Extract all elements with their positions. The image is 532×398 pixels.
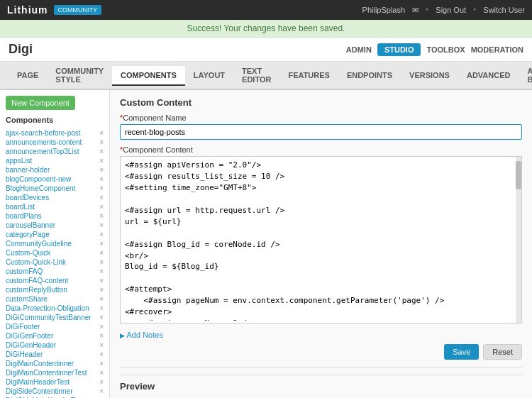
component-item-close[interactable]: × [99, 286, 104, 294]
sidebar-item[interactable]: boardList× [6, 202, 104, 211]
component-content-label: *Component Content [120, 145, 522, 154]
component-item-close[interactable]: × [99, 203, 104, 211]
component-item-label: ajax-search-before-post [6, 129, 81, 137]
component-item-close[interactable]: × [99, 221, 104, 229]
component-item-close[interactable]: × [99, 267, 104, 275]
sidebar-item[interactable]: customFAQ-content× [6, 276, 104, 285]
studio-button[interactable]: STUDIO [377, 43, 421, 56]
component-item-close[interactable]: × [99, 295, 104, 303]
sidebar-item[interactable]: announcements-content× [6, 138, 104, 147]
component-item-label: boardList [6, 203, 35, 211]
toolbox-link[interactable]: TOOLBOX [426, 45, 465, 54]
sidebar-item[interactable]: Data-Protection-Obligation× [6, 304, 104, 313]
top-nav-right: PhilipSplash ✉ • Sign Out • Switch User [362, 5, 525, 15]
action-buttons: Save Reset [120, 344, 522, 360]
tab-page[interactable]: PAGE [9, 66, 47, 86]
sidebar-item[interactable]: ajax-search-before-post× [6, 128, 104, 138]
sidebar-item[interactable]: DiGiGenFooter× [6, 331, 104, 341]
sidebar-item[interactable]: DigiSideContentinner× [6, 387, 104, 396]
logo: Lithium [7, 4, 48, 16]
sidebar-item[interactable]: Custom-Quick× [6, 248, 104, 258]
sidebar-item[interactable]: appsList× [6, 156, 104, 165]
sidebar-item[interactable]: announcementTop3List× [6, 147, 104, 156]
sidebar-item[interactable]: DigiMainContentinnerTest× [6, 368, 104, 377]
sidebar-item[interactable]: Custom-Quick-Link× [6, 258, 104, 267]
component-item-close[interactable]: × [99, 184, 104, 192]
component-item-close[interactable]: × [99, 157, 104, 165]
component-item-close[interactable]: × [99, 304, 104, 312]
component-item-close[interactable]: × [99, 378, 104, 386]
sidebar-item[interactable]: customFAQ× [6, 267, 104, 276]
component-item-close[interactable]: × [99, 350, 104, 358]
component-item-close[interactable]: × [99, 194, 104, 201]
component-item-close[interactable]: × [99, 129, 104, 137]
sidebar-item[interactable]: CommunityGuideline× [6, 239, 104, 248]
reset-button[interactable]: Reset [483, 344, 522, 360]
sidebar-item[interactable]: DiGiCommunityTestBanner× [6, 313, 104, 322]
component-item-label: DiGiGenHeader [6, 341, 56, 349]
switch-user-link[interactable]: Switch User [483, 6, 525, 14]
component-item-close[interactable]: × [99, 314, 104, 321]
sidebar-item[interactable]: customReplyButton× [6, 285, 104, 294]
component-item-close[interactable]: × [99, 277, 104, 284]
moderation-link[interactable]: MODERATION [471, 45, 523, 54]
code-scrollbar[interactable] [516, 157, 521, 323]
tab-versions[interactable]: VERSIONS [401, 66, 458, 86]
component-item-close[interactable]: × [99, 138, 104, 146]
success-message: Success! Your changes have been saved. [187, 23, 345, 33]
admin-link[interactable]: ADMIN [346, 45, 372, 54]
email-icon[interactable]: ✉ [412, 6, 419, 15]
component-item-close[interactable]: × [99, 323, 104, 331]
component-item-label: announcements-content [6, 138, 82, 146]
sidebar-item[interactable]: boardDevices× [6, 193, 104, 202]
sidebar-item[interactable]: carouselBanner× [6, 221, 104, 230]
sidebar-items-list: ajax-search-before-post×announcements-co… [6, 128, 104, 398]
component-item-label: BlogHomeComponent [6, 184, 75, 192]
tab-api-browser[interactable]: API BROWSER [519, 62, 532, 90]
component-item-close[interactable]: × [99, 360, 104, 367]
sidebar-item[interactable]: DigiMainContentinner× [6, 359, 104, 368]
sidebar-item[interactable]: DiGiHeader× [6, 350, 104, 359]
component-item-label: customFAQ-content [6, 277, 68, 284]
component-item-close[interactable]: × [99, 249, 104, 257]
sidebar-item[interactable]: DiGiFooter× [6, 322, 104, 331]
save-button[interactable]: Save [444, 344, 479, 360]
component-item-label: carouselBanner [6, 221, 55, 229]
component-item-close[interactable]: × [99, 332, 104, 340]
tab-endpoints[interactable]: ENDPOINTS [338, 66, 401, 86]
sidebar-item[interactable]: DiGiGenHeader× [6, 341, 104, 350]
component-item-close[interactable]: × [99, 148, 104, 155]
tab-components[interactable]: COMPONENTS [112, 66, 185, 86]
sidebar-item[interactable]: DigiMainHeaderTest× [6, 377, 104, 387]
component-item-close[interactable]: × [99, 258, 104, 266]
sidebar-item[interactable]: BlogHomeComponent× [6, 184, 104, 193]
component-item-close[interactable]: × [99, 369, 104, 377]
tab-layout[interactable]: LAYOUT [185, 66, 233, 86]
component-item-label: customShare [6, 295, 48, 303]
component-item-close[interactable]: × [99, 212, 104, 220]
component-item-close[interactable]: × [99, 231, 104, 238]
code-scrollbar-thumb[interactable] [516, 161, 521, 189]
sidebar-item[interactable]: categoryPage× [6, 230, 104, 239]
new-component-button[interactable]: New Component [6, 96, 75, 110]
component-content-textarea[interactable]: <#assign apiVersion = "2.0"/> <#assign r… [121, 157, 516, 321]
sign-out-link[interactable]: Sign Out [436, 6, 466, 14]
sidebar-item[interactable]: blogComponent-new× [6, 175, 104, 184]
add-notes-link[interactable]: Add Notes [120, 331, 163, 339]
component-item-close[interactable]: × [99, 341, 104, 349]
separator: • [426, 5, 428, 15]
tab-features[interactable]: FEATURES [279, 66, 338, 86]
tab-community-style[interactable]: COMMUNITY STYLE [47, 62, 112, 90]
component-item-close[interactable]: × [99, 240, 104, 248]
tab-text-editor[interactable]: TEXT EDITOR [233, 62, 279, 90]
sidebar-item[interactable]: banner-holder× [6, 165, 104, 175]
component-item-close[interactable]: × [99, 175, 104, 183]
tab-advanced[interactable]: ADVANCED [458, 66, 519, 86]
component-item-close[interactable]: × [99, 166, 104, 174]
sidebar-item[interactable]: customShare× [6, 294, 104, 304]
component-item-close[interactable]: × [99, 387, 104, 395]
component-item-label: DiGiGenFooter [6, 332, 53, 340]
component-name-label: *Component Name [120, 114, 522, 122]
component-name-input[interactable] [120, 124, 522, 140]
sidebar-item[interactable]: boardPlans× [6, 211, 104, 221]
